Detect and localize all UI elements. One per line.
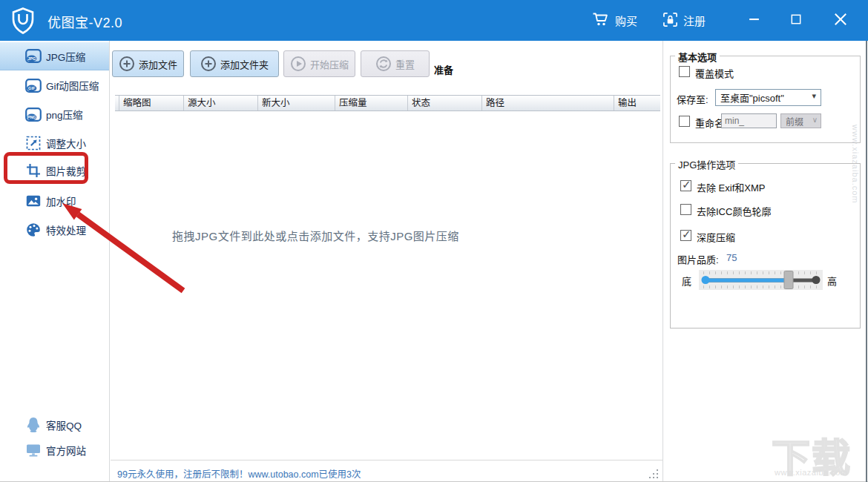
register-label: 注册 (683, 13, 706, 28)
sidebar-item-label: 客服QQ (46, 417, 82, 432)
rename-mode-dropdown[interactable]: 前缀 ∨ (780, 113, 821, 128)
window-right-border (866, 41, 867, 482)
quality-value: 75 (726, 252, 737, 263)
chevron-down-icon: ▾ (812, 91, 816, 101)
refresh-circle-icon (375, 56, 392, 72)
image-icon (25, 193, 42, 209)
sidebar-item-gif-compress[interactable]: GIF Gif动图压缩 (0, 71, 109, 99)
add-file-button[interactable]: 添加文件 (112, 50, 184, 77)
table-col-status[interactable]: 状态 (408, 96, 482, 110)
add-folder-button[interactable]: 添加文件夹 (190, 50, 279, 77)
basic-options-title: 基本选项 (675, 50, 720, 64)
overwrite-mode-label: 覆盖模式 (695, 66, 734, 80)
quality-slider[interactable] (699, 270, 823, 290)
sidebar-item-label: 调整大小 (46, 136, 86, 151)
plus-circle-icon (119, 56, 135, 72)
plus-circle-icon (200, 56, 217, 72)
crop-icon (25, 162, 42, 179)
overwrite-mode-checkbox[interactable]: ✓ (679, 66, 690, 77)
dashed-resize-icon (25, 135, 42, 151)
slider-max-dot (812, 276, 821, 284)
sidebar-item-label: 特效处理 (46, 222, 86, 237)
file-table-header: 缩略图 源大小 新大小 压缩量 状态 路径 输出 (115, 95, 660, 111)
sidebar-item-watermark[interactable]: 加水印 (0, 187, 109, 215)
sidebar-item-support-qq[interactable]: 客服QQ (0, 411, 109, 439)
sidebar-item-label: Gif动图压缩 (46, 78, 99, 93)
save-to-label: 保存至: (677, 92, 708, 106)
rename-mode-value: 前缀 (786, 115, 803, 128)
slider-thumb[interactable] (783, 271, 793, 289)
remove-exif-checkbox[interactable]: ✓ (680, 180, 691, 191)
monitor-icon (25, 442, 42, 458)
rename-label: 重命名 (695, 116, 724, 130)
close-icon (833, 12, 848, 30)
reset-button[interactable]: 重置 (361, 50, 430, 77)
resize-grip[interactable] (649, 469, 658, 478)
minimize-icon (748, 13, 760, 28)
slider-high-label: 高 (827, 274, 837, 288)
minimize-button[interactable] (737, 0, 770, 41)
sidebar-item-png-compress[interactable]: PNG png压缩 (0, 100, 109, 128)
table-col-orig-size[interactable]: 源大小 (184, 96, 258, 110)
sidebar-item-official-site[interactable]: 官方网站 (0, 436, 109, 464)
add-file-label: 添加文件 (139, 57, 177, 71)
remove-icc-checkbox[interactable]: ✓ (680, 204, 691, 215)
buy-label: 购买 (615, 13, 637, 28)
sidebar-item-effects[interactable]: 特效处理 (0, 216, 109, 244)
maximize-button[interactable] (780, 0, 812, 41)
jpg-options-title: JPG操作选项 (675, 157, 738, 171)
gif-file-icon: GIF (25, 77, 42, 93)
table-col-output[interactable]: 输出 (614, 96, 660, 110)
cart-icon (592, 12, 610, 29)
svg-text:PNG: PNG (27, 115, 36, 119)
play-circle-icon (290, 56, 306, 72)
basic-options-group: 基本选项 ✓ 覆盖模式 保存至: 至桌面"picsoft" ▾ ✓ 重命名 前缀… (670, 56, 861, 143)
save-to-value: 至桌面"picsoft" (720, 90, 784, 105)
svg-text:GIF: GIF (28, 86, 36, 90)
statusbar: 99元永久使用，注册后不限制！www.utobao.com已使用3次 (111, 460, 662, 482)
slider-track[interactable] (706, 278, 816, 282)
table-col-path[interactable]: 路径 (482, 96, 614, 110)
rename-checkbox[interactable]: ✓ (679, 116, 690, 127)
lock-badge-icon (662, 12, 678, 30)
start-compress-label: 开始压缩 (310, 57, 349, 71)
sidebar-item-label: png压缩 (46, 107, 83, 122)
sidebar-item-label: 官方网站 (46, 443, 86, 458)
window-title: 优图宝-V2.0 (47, 12, 122, 31)
table-col-thumbnail[interactable]: 缩略图 (119, 96, 184, 110)
ready-status-text: 准备 (434, 62, 453, 76)
deep-compress-label: 深度压缩 (697, 230, 735, 244)
sidebar-item-jpg-compress[interactable]: JPG JPG压缩 (0, 42, 109, 70)
sidebar-item-crop[interactable]: 图片裁剪 (0, 156, 109, 185)
svg-text:JPG: JPG (27, 56, 36, 61)
add-folder-label: 添加文件夹 (220, 57, 269, 71)
slider-low-label: 底 (682, 274, 691, 288)
slider-min-dot (702, 276, 710, 284)
qq-penguin-icon (25, 417, 42, 433)
sidebar-item-label: 图片裁剪 (46, 163, 86, 178)
buy-button[interactable]: 购买 (592, 0, 637, 41)
table-col-new-size[interactable]: 新大小 (258, 96, 335, 110)
chevron-down-icon: ∨ (812, 116, 818, 124)
options-panel: 基本选项 ✓ 覆盖模式 保存至: 至桌面"picsoft" ▾ ✓ 重命名 前缀… (663, 41, 866, 482)
jpg-options-group: JPG操作选项 ✓ 去除 Exif和XMP ✓ 去除ICC颜色轮廓 ✓ 深度压缩… (670, 163, 861, 329)
sidebar-item-resize[interactable]: 调整大小 (0, 129, 109, 157)
remove-exif-label: 去除 Exif和XMP (697, 180, 765, 194)
slider-fill (706, 278, 789, 282)
register-button[interactable]: 注册 (662, 0, 706, 41)
remove-icc-label: 去除ICC颜色轮廓 (697, 204, 771, 218)
save-to-dropdown[interactable]: 至桌面"picsoft" ▾ (715, 89, 821, 106)
sidebar-item-label: JPG压缩 (46, 49, 85, 64)
close-button[interactable] (824, 0, 857, 41)
slider-ticks (703, 285, 818, 288)
jpg-file-icon: JPG (25, 48, 42, 65)
deep-compress-checkbox[interactable]: ✓ (680, 230, 691, 241)
table-col-compression[interactable]: 压缩量 (335, 96, 408, 110)
start-compress-button[interactable]: 开始压缩 (283, 50, 355, 77)
maximize-icon (791, 14, 801, 27)
png-file-icon: PNG (25, 106, 42, 122)
rename-prefix-input[interactable] (721, 113, 777, 128)
dropzone-hint-text: 拖拽JPG文件到此处或点击添加文件，支持JPG图片压缩 (172, 228, 459, 243)
app-logo-icon (10, 7, 36, 34)
titlebar: 优图宝-V2.0 购买 注册 (0, 0, 868, 41)
